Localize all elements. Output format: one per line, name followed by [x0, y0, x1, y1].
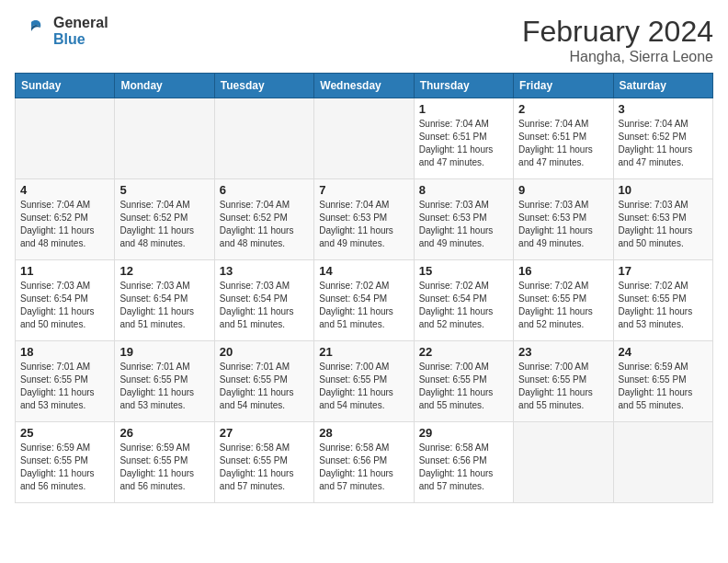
- calendar-cell: 17Sunrise: 7:02 AM Sunset: 6:55 PM Dayli…: [613, 260, 712, 341]
- day-number: 19: [119, 345, 209, 359]
- calendar-cell: 1Sunrise: 7:04 AM Sunset: 6:51 PM Daylig…: [414, 98, 513, 179]
- calendar-cell: 8Sunrise: 7:03 AM Sunset: 6:53 PM Daylig…: [414, 179, 513, 260]
- day-info: Sunrise: 7:04 AM Sunset: 6:51 PM Dayligh…: [419, 118, 508, 169]
- day-number: 6: [220, 183, 309, 197]
- calendar-week-row: 4Sunrise: 7:04 AM Sunset: 6:52 PM Daylig…: [16, 179, 713, 260]
- weekday-header: Wednesday: [314, 74, 414, 98]
- day-number: 21: [319, 345, 408, 359]
- day-info: Sunrise: 6:59 AM Sunset: 6:55 PM Dayligh…: [20, 442, 109, 493]
- calendar-cell: 12Sunrise: 7:03 AM Sunset: 6:54 PM Dayli…: [115, 260, 214, 341]
- day-number: 11: [20, 264, 109, 278]
- logo: General Blue: [15, 15, 108, 49]
- day-number: 7: [319, 183, 408, 197]
- calendar-cell: [314, 98, 414, 179]
- day-info: Sunrise: 7:01 AM Sunset: 6:55 PM Dayligh…: [119, 361, 209, 412]
- day-number: 20: [220, 345, 309, 359]
- day-number: 26: [119, 426, 209, 440]
- weekday-header: Tuesday: [214, 74, 313, 98]
- day-info: Sunrise: 7:00 AM Sunset: 6:55 PM Dayligh…: [419, 361, 508, 412]
- weekday-header: Friday: [514, 74, 613, 98]
- calendar-cell: [16, 98, 115, 179]
- calendar-table: SundayMondayTuesdayWednesdayThursdayFrid…: [15, 73, 713, 503]
- day-number: 5: [119, 183, 209, 197]
- day-info: Sunrise: 6:59 AM Sunset: 6:55 PM Dayligh…: [619, 361, 708, 412]
- day-number: 2: [518, 102, 608, 116]
- calendar-cell: 13Sunrise: 7:03 AM Sunset: 6:54 PM Dayli…: [214, 260, 313, 341]
- day-info: Sunrise: 7:04 AM Sunset: 6:52 PM Dayligh…: [619, 118, 708, 169]
- calendar-cell: 10Sunrise: 7:03 AM Sunset: 6:53 PM Dayli…: [613, 179, 712, 260]
- calendar-header-row: SundayMondayTuesdayWednesdayThursdayFrid…: [16, 74, 713, 98]
- day-info: Sunrise: 7:03 AM Sunset: 6:54 PM Dayligh…: [119, 280, 209, 331]
- day-number: 28: [319, 426, 408, 440]
- calendar-cell: 14Sunrise: 7:02 AM Sunset: 6:54 PM Dayli…: [314, 260, 414, 341]
- day-info: Sunrise: 6:58 AM Sunset: 6:56 PM Dayligh…: [419, 442, 508, 493]
- calendar-cell: 3Sunrise: 7:04 AM Sunset: 6:52 PM Daylig…: [613, 98, 712, 179]
- logo-container: General Blue: [15, 15, 108, 49]
- day-number: 9: [518, 183, 608, 197]
- day-info: Sunrise: 7:03 AM Sunset: 6:53 PM Dayligh…: [518, 199, 608, 250]
- day-info: Sunrise: 7:01 AM Sunset: 6:55 PM Dayligh…: [220, 361, 309, 412]
- day-info: Sunrise: 7:04 AM Sunset: 6:52 PM Dayligh…: [119, 199, 209, 250]
- calendar-cell: 28Sunrise: 6:58 AM Sunset: 6:56 PM Dayli…: [314, 422, 414, 503]
- day-info: Sunrise: 7:01 AM Sunset: 6:55 PM Dayligh…: [20, 361, 109, 412]
- day-info: Sunrise: 7:02 AM Sunset: 6:54 PM Dayligh…: [319, 280, 408, 331]
- day-number: 17: [619, 264, 708, 278]
- day-info: Sunrise: 7:03 AM Sunset: 6:54 PM Dayligh…: [20, 280, 109, 331]
- calendar-cell: 24Sunrise: 6:59 AM Sunset: 6:55 PM Dayli…: [613, 341, 712, 422]
- calendar-cell: 25Sunrise: 6:59 AM Sunset: 6:55 PM Dayli…: [16, 422, 115, 503]
- day-number: 1: [419, 102, 508, 116]
- calendar-cell: 7Sunrise: 7:04 AM Sunset: 6:53 PM Daylig…: [314, 179, 414, 260]
- day-info: Sunrise: 6:58 AM Sunset: 6:56 PM Dayligh…: [319, 442, 408, 493]
- calendar-cell: 26Sunrise: 6:59 AM Sunset: 6:55 PM Dayli…: [115, 422, 214, 503]
- page-subtitle: Hangha, Sierra Leone: [522, 49, 713, 65]
- calendar-cell: [115, 98, 214, 179]
- day-number: 18: [20, 345, 109, 359]
- day-number: 15: [419, 264, 508, 278]
- calendar-cell: 23Sunrise: 7:00 AM Sunset: 6:55 PM Dayli…: [514, 341, 613, 422]
- calendar-week-row: 18Sunrise: 7:01 AM Sunset: 6:55 PM Dayli…: [16, 341, 713, 422]
- day-number: 29: [419, 426, 508, 440]
- calendar-cell: 18Sunrise: 7:01 AM Sunset: 6:55 PM Dayli…: [16, 341, 115, 422]
- weekday-header: Thursday: [414, 74, 513, 98]
- day-info: Sunrise: 7:03 AM Sunset: 6:53 PM Dayligh…: [419, 199, 508, 250]
- calendar-cell: [514, 422, 613, 503]
- day-number: 25: [20, 426, 109, 440]
- day-number: 14: [319, 264, 408, 278]
- day-info: Sunrise: 7:04 AM Sunset: 6:52 PM Dayligh…: [220, 199, 309, 250]
- weekday-header: Saturday: [613, 74, 712, 98]
- calendar-cell: [214, 98, 313, 179]
- day-info: Sunrise: 7:00 AM Sunset: 6:55 PM Dayligh…: [518, 361, 608, 412]
- day-info: Sunrise: 7:02 AM Sunset: 6:55 PM Dayligh…: [518, 280, 608, 331]
- calendar-cell: 11Sunrise: 7:03 AM Sunset: 6:54 PM Dayli…: [16, 260, 115, 341]
- day-info: Sunrise: 7:03 AM Sunset: 6:54 PM Dayligh…: [220, 280, 309, 331]
- calendar-week-row: 25Sunrise: 6:59 AM Sunset: 6:55 PM Dayli…: [16, 422, 713, 503]
- day-number: 13: [220, 264, 309, 278]
- calendar-cell: 16Sunrise: 7:02 AM Sunset: 6:55 PM Dayli…: [514, 260, 613, 341]
- calendar-cell: 9Sunrise: 7:03 AM Sunset: 6:53 PM Daylig…: [514, 179, 613, 260]
- day-number: 23: [518, 345, 608, 359]
- day-number: 8: [419, 183, 508, 197]
- day-info: Sunrise: 7:03 AM Sunset: 6:53 PM Dayligh…: [619, 199, 708, 250]
- calendar-week-row: 1Sunrise: 7:04 AM Sunset: 6:51 PM Daylig…: [16, 98, 713, 179]
- day-info: Sunrise: 7:04 AM Sunset: 6:51 PM Dayligh…: [518, 118, 608, 169]
- day-number: 22: [419, 345, 508, 359]
- day-number: 10: [619, 183, 708, 197]
- calendar-cell: 2Sunrise: 7:04 AM Sunset: 6:51 PM Daylig…: [514, 98, 613, 179]
- calendar-cell: 29Sunrise: 6:58 AM Sunset: 6:56 PM Dayli…: [414, 422, 513, 503]
- title-section: February 2024 Hangha, Sierra Leone: [522, 15, 713, 65]
- day-info: Sunrise: 7:00 AM Sunset: 6:55 PM Dayligh…: [319, 361, 408, 412]
- calendar-cell: [613, 422, 712, 503]
- weekday-header: Sunday: [16, 74, 115, 98]
- day-info: Sunrise: 7:02 AM Sunset: 6:54 PM Dayligh…: [419, 280, 508, 331]
- day-number: 12: [119, 264, 209, 278]
- calendar-week-row: 11Sunrise: 7:03 AM Sunset: 6:54 PM Dayli…: [16, 260, 713, 341]
- day-info: Sunrise: 6:58 AM Sunset: 6:55 PM Dayligh…: [220, 442, 309, 493]
- day-info: Sunrise: 6:59 AM Sunset: 6:55 PM Dayligh…: [119, 442, 209, 493]
- calendar-cell: 27Sunrise: 6:58 AM Sunset: 6:55 PM Dayli…: [214, 422, 313, 503]
- page-title: February 2024: [522, 15, 713, 49]
- day-number: 24: [619, 345, 708, 359]
- day-info: Sunrise: 7:02 AM Sunset: 6:55 PM Dayligh…: [619, 280, 708, 331]
- calendar-cell: 21Sunrise: 7:00 AM Sunset: 6:55 PM Dayli…: [314, 341, 414, 422]
- calendar-cell: 22Sunrise: 7:00 AM Sunset: 6:55 PM Dayli…: [414, 341, 513, 422]
- logo-bird-icon: [15, 15, 48, 48]
